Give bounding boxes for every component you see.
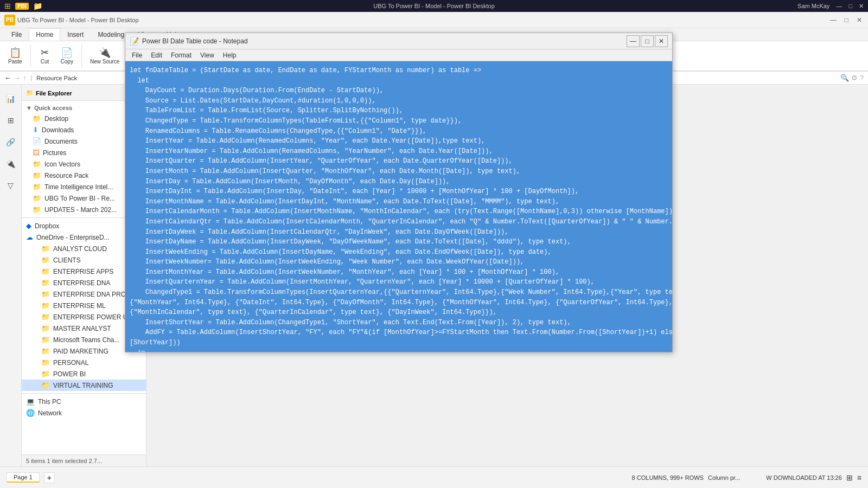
status-grid-icon[interactable]: ⊞ [846,473,853,482]
icon-sidebar: 📊 ⊞ 🔗 🔌 ▽ [0,86,22,466]
explorer-item-this-pc-label: This PC [38,398,61,406]
notepad-menu-file[interactable]: File [127,50,146,60]
folder-paid-marketing-icon: 📁 [41,347,50,355]
pbi-close-btn[interactable]: ✕ [855,16,864,24]
tab-file[interactable]: File [4,28,29,41]
folder-downloads-icon: ⬇ [33,126,39,134]
sidebar-query-btn[interactable]: 🔌 [2,155,20,172]
explorer-item-personal[interactable]: 📁 PERSONAL [22,357,146,368]
notepad-title-text: Power BI Date Table code - Notepad [142,37,248,45]
explorer-item-documents-label: Documents [44,138,78,145]
folder-enterprise-ml-icon: 📁 [41,301,50,310]
taskbar-minimize-btn[interactable]: — [836,3,842,9]
explorer-item-updates-label: UPDATES - March 202... [44,206,117,214]
tab-home[interactable]: Home [29,28,60,41]
status-bar-left: Page 1 + [7,472,55,483]
notepad-menu-format[interactable]: Format [167,50,196,60]
help-btn[interactable]: ? [860,74,864,82]
up-btn[interactable]: ↑ [23,74,27,82]
sidebar-data-btn[interactable]: ⊞ [2,112,20,129]
folder-ms-teams-icon: 📁 [41,336,50,344]
sidebar-report-btn[interactable]: 📊 [2,90,20,107]
taskbar-close-btn[interactable]: ✕ [859,3,864,10]
folder-enterprise-apps-icon: 📁 [41,267,50,275]
folder-enterprise-dna-icon: 📁 [41,279,50,287]
notepad-content[interactable]: let fnDateTable = (StartDate as date, En… [125,61,672,352]
notepad-menubar: File Edit Format View Help [125,49,672,61]
back-btn[interactable]: ← [4,74,11,82]
folder-personal-icon: 📁 [41,358,50,367]
pbi-titlebar-right: — □ ✕ [829,16,864,24]
tab-insert[interactable]: Insert [60,28,91,41]
folder-enterprise-power-u-icon: 📁 [41,313,50,321]
explorer-item-paid-marketing-label: PAID MARKETING [53,348,108,355]
taskbar-app-icon[interactable]: PBI [15,3,29,10]
forward-btn[interactable]: → [14,74,21,82]
folder-documents-icon: 📄 [33,137,41,145]
explorer-item-onedrive-label: OneDrive - EnterpriseD... [36,234,110,241]
settings-btn[interactable]: ⚙ [851,74,858,82]
explorer-item-virtual-training[interactable]: 📁 VIRTUAL TRAINING [22,380,146,391]
add-page-btn[interactable]: + [44,472,55,483]
explorer-item-resource-pack-label: Resource Pack [44,172,88,179]
paste-btn[interactable]: 📋 Paste [4,45,26,67]
taskbar-title: UBG To Power BI - Model - Power BI Deskt… [373,3,495,9]
paste-icon: 📋 [9,48,21,57]
explorer-item-network[interactable]: 🌐 Network [22,407,146,419]
sidebar-filter-btn[interactable]: ▽ [2,177,20,194]
folder-updates-icon: 📁 [33,206,41,214]
notepad-minimize-btn[interactable]: — [627,35,640,47]
new-source-btn[interactable]: 🔌 New Source [86,45,123,67]
explorer-item-power-bi[interactable]: 📁 POWER BI [22,368,146,380]
status-column-info: Column pr... [708,474,740,481]
explorer-status: 5 items 1 item selected 2.7... [22,454,146,466]
cut-icon: ✂ [41,48,49,57]
folder-analyst-cloud-icon: 📁 [41,245,50,253]
pbi-maximize-btn[interactable]: □ [842,16,851,24]
explorer-item-icon-vectors-label: Icon Vectors [44,160,80,168]
taskbar-right: Sam McKay — □ ✕ [797,3,864,10]
explorer-item-clients-label: CLIENTS [53,256,81,264]
divider-2 [22,393,146,394]
status-list-icon[interactable]: ≡ [857,473,861,482]
status-columns: 8 COLUMNS, 999+ ROWS [632,474,704,481]
cut-btn[interactable]: ✂ Cut [35,45,55,67]
code-display: let fnDateTable = (StartDate as date, En… [125,61,672,352]
pbi-titlebar-left: PB UBG To Power BI - Model - Power BI De… [4,15,139,25]
notepad-close-btn[interactable]: ✕ [655,35,668,47]
taskbar-folder-icon[interactable]: 📁 [33,2,42,10]
notepad-maximize-btn[interactable]: □ [641,35,654,47]
explorer-item-enterprise-power-u-label: ENTERPRISE POWER U... [53,313,133,321]
copy-btn[interactable]: 📄 Copy [57,45,77,67]
notepad-menu-edit[interactable]: Edit [146,50,167,60]
folder-power-bi-icon: 📁 [41,370,50,378]
notepad-win-btns: — □ ✕ [627,35,668,47]
copy-label: Copy [61,59,73,65]
status-bar-right: 8 COLUMNS, 999+ ROWS Column pr... W DOWN… [632,473,861,482]
notepad-titlebar: 📝 Power BI Date Table code - Notepad — □… [125,33,672,49]
sidebar-model-btn[interactable]: 🔗 [2,133,20,151]
explorer-status-text: 5 items 1 item selected 2.7... [26,458,102,464]
explorer-item-this-pc[interactable]: 💻 This PC [22,396,146,407]
explorer-item-ms-teams-label: Microsoft Teams Cha... [53,336,119,344]
notepad-menu-help[interactable]: Help [219,50,241,60]
pbi-minimize-btn[interactable]: — [829,16,838,24]
notepad-menu-view[interactable]: View [196,50,219,60]
page-tab-1[interactable]: Page 1 [7,472,40,483]
folder-icon-vectors-icon: 📁 [33,160,41,168]
explorer-item-enterprise-dna-pro-label: ENTERPRISE DNA PRO... [53,291,131,298]
explorer-header-label: File Explorer [36,90,72,97]
pbi-titlebar: PB UBG To Power BI - Model - Power BI De… [0,12,868,28]
this-pc-icon: 💻 [26,397,35,406]
sep-2 [81,45,82,67]
taskbar-maximize-btn[interactable]: □ [848,3,852,9]
pbi-logo: PB [4,15,15,25]
path-separator: | [31,75,33,81]
explorer-item-virtual-training-label: VIRTUAL TRAINING [53,382,113,389]
folder-clients-icon: 📁 [41,256,50,264]
path-text: Resource Pack [36,75,77,81]
status-bar: Page 1 + 8 COLUMNS, 999+ ROWS Column pr.… [0,466,868,488]
new-source-label: New Source [90,59,119,65]
quick-access-label: Quick access [34,105,72,111]
dropbox-icon: ◆ [26,222,31,230]
